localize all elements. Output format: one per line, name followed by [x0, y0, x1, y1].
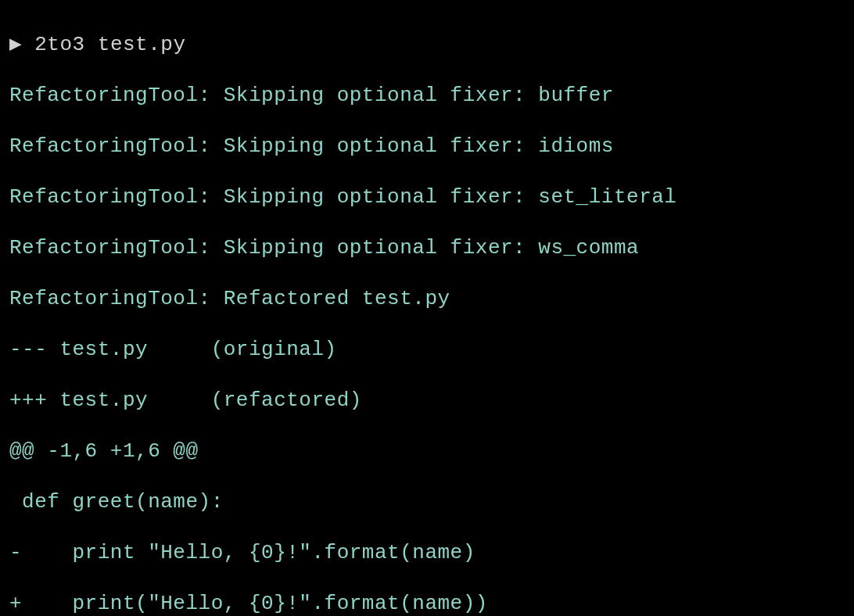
- output-line: --- test.py (original): [9, 337, 845, 363]
- output-line: RefactoringTool: Refactored test.py: [9, 286, 845, 312]
- output-line: +++ test.py (refactored): [9, 388, 845, 414]
- output-line: def greet(name):: [9, 489, 845, 515]
- command-line: ▶ 2to3 test.py: [9, 32, 845, 58]
- prompt-arrow-icon: ▶: [9, 33, 22, 56]
- output-line: RefactoringTool: Skipping optional fixer…: [9, 184, 845, 210]
- output-line: @@ -1,6 +1,6 @@: [9, 439, 845, 464]
- output-line: - print "Hello, {0}!".format(name): [9, 540, 845, 566]
- output-line: RefactoringTool: Skipping optional fixer…: [9, 83, 845, 109]
- terminal-output[interactable]: ▶ 2to3 test.py RefactoringTool: Skipping…: [9, 6, 845, 616]
- output-line: RefactoringTool: Skipping optional fixer…: [9, 235, 845, 261]
- command-text: 2to3 test.py: [34, 33, 185, 56]
- output-line: RefactoringTool: Skipping optional fixer…: [9, 134, 845, 159]
- output-line: + print("Hello, {0}!".format(name)): [9, 591, 845, 617]
